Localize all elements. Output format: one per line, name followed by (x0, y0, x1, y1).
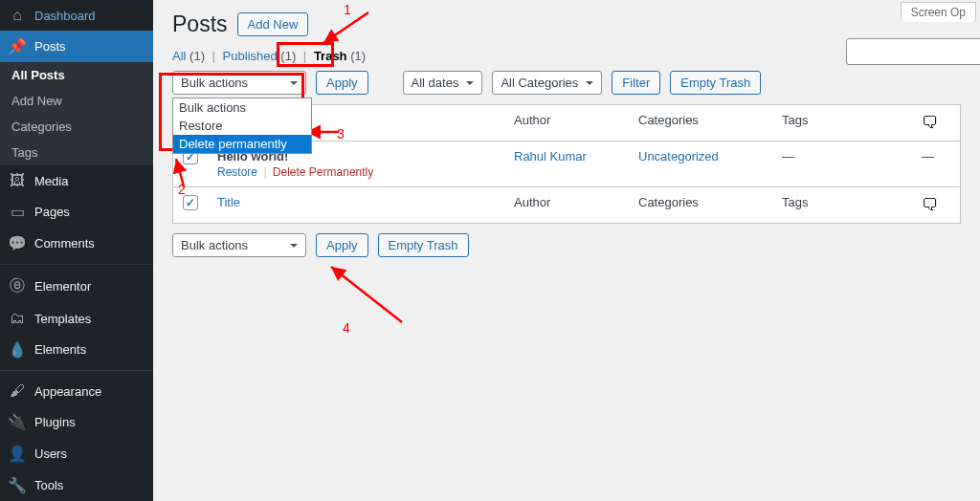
post-status-filters: All (1) | Published (1) | Trash (1) (172, 49, 961, 63)
filter-dates-select[interactable]: All dates (403, 71, 483, 95)
brush-icon: 🖌 (8, 382, 27, 400)
elements-icon: 💧 (8, 340, 27, 359)
comments-icon: 💬 (8, 234, 27, 252)
col-author: Author (504, 105, 629, 142)
empty-trash-button[interactable]: Empty Trash (670, 71, 761, 95)
col-categories-footer: Categories (629, 186, 772, 223)
subnav-tags[interactable]: Tags (0, 140, 153, 165)
post-category-link[interactable]: Uncategorized (638, 149, 719, 163)
bulk-apply-button[interactable]: Apply (316, 71, 368, 95)
col-tags-footer: Tags (772, 186, 912, 223)
filter-published[interactable]: Published (1) (223, 49, 297, 63)
wrench-icon: 🔧 (8, 476, 27, 494)
nav-label: Tools (34, 478, 63, 492)
nav-label: Posts (34, 39, 66, 54)
dashboard-icon: ⌂ (8, 7, 27, 24)
bulk-option-delete-permanently[interactable]: Delete permanently (173, 135, 311, 153)
nav-label: Appearance (34, 384, 101, 399)
nav-appearance[interactable]: 🖌 Appearance (0, 376, 153, 406)
nav-plugins[interactable]: 🔌 Plugins (0, 406, 153, 438)
nav-tools[interactable]: 🔧 Tools (0, 469, 153, 501)
page-icon: ▭ (8, 203, 27, 221)
search-input[interactable] (846, 38, 980, 65)
nav-media[interactable]: 🖼 Media (0, 165, 153, 196)
select-all-checkbox-footer[interactable] (183, 195, 198, 210)
bulk-actions-select-bottom[interactable]: Bulk actions (172, 233, 306, 257)
filter-trash[interactable]: Trash (1) (314, 49, 366, 63)
nav-label: Users (34, 447, 67, 461)
empty-trash-button-bottom[interactable]: Empty Trash (378, 233, 469, 257)
nav-label: Elementor (34, 279, 91, 294)
nav-posts[interactable]: 📌 Posts (0, 31, 153, 62)
nav-separator (0, 370, 153, 371)
nav-dashboard[interactable]: ⌂ Dashboard (0, 0, 153, 31)
nav-elementor[interactable]: ⓔ Elementor (0, 270, 153, 303)
nav-label: Pages (34, 205, 70, 219)
screen-options-tab[interactable]: Screen Op (901, 2, 976, 22)
nav-templates[interactable]: 🗂 Templates (0, 303, 153, 334)
bulk-option-restore[interactable]: Restore (173, 117, 311, 135)
bulk-apply-button-bottom[interactable]: Apply (316, 233, 368, 257)
bulk-actions-select[interactable]: Bulk actions (172, 71, 306, 95)
subnav-all-posts[interactable]: All Posts (0, 62, 153, 88)
page-title: Posts (172, 11, 228, 37)
posts-subnav: All Posts Add New Categories Tags (0, 62, 153, 165)
nav-pages[interactable]: ▭ Pages (0, 196, 153, 228)
nav-label: Comments (34, 236, 95, 250)
comments-column-icon: 🗨 (922, 195, 939, 214)
nav-label: Plugins (34, 415, 76, 429)
nav-label: Dashboard (34, 9, 96, 23)
comments-column-icon: 🗨 (922, 113, 939, 132)
templates-icon: 🗂 (8, 310, 27, 327)
col-categories: Categories (629, 105, 772, 142)
nav-label: Media (34, 174, 68, 188)
nav-label: Elements (34, 342, 86, 357)
col-tags: Tags (772, 105, 912, 142)
nav-users[interactable]: 👤 Users (0, 438, 153, 469)
bulk-actions-dropdown: Bulk actions Restore Delete permanently (172, 98, 312, 154)
nav-separator (0, 264, 153, 265)
plug-icon: 🔌 (8, 413, 27, 431)
row-action-delete-permanently[interactable]: Delete Permanently (273, 165, 373, 179)
nav-comments[interactable]: 💬 Comments (0, 228, 153, 259)
post-tags: — (772, 142, 912, 186)
pin-icon: 📌 (8, 37, 27, 55)
col-author-footer: Author (504, 186, 629, 223)
elementor-icon: ⓔ (8, 276, 27, 296)
bulk-option-bulkactions[interactable]: Bulk actions (173, 98, 311, 117)
subnav-add-new[interactable]: Add New (0, 88, 153, 114)
row-action-restore[interactable]: Restore (217, 165, 257, 179)
user-icon: 👤 (8, 445, 27, 463)
subnav-categories[interactable]: Categories (0, 114, 153, 140)
filter-categories-select[interactable]: All Categories (492, 71, 602, 95)
nav-elements[interactable]: 💧 Elements (0, 334, 153, 365)
nav-label: Templates (34, 312, 91, 326)
filter-all[interactable]: All (1) (172, 49, 205, 63)
post-author-link[interactable]: Rahul Kumar (514, 149, 587, 163)
post-comments: — (912, 142, 960, 186)
add-new-button[interactable]: Add New (237, 12, 309, 36)
main-content: Screen Op Posts Add New All (1) | Publis… (153, 0, 980, 501)
col-title-footer[interactable]: Title (217, 195, 240, 209)
svg-line-3 (331, 267, 402, 322)
admin-sidebar: ⌂ Dashboard 📌 Posts All Posts Add New Ca… (0, 0, 153, 501)
filter-button[interactable]: Filter (612, 71, 660, 95)
media-icon: 🖼 (8, 172, 27, 189)
